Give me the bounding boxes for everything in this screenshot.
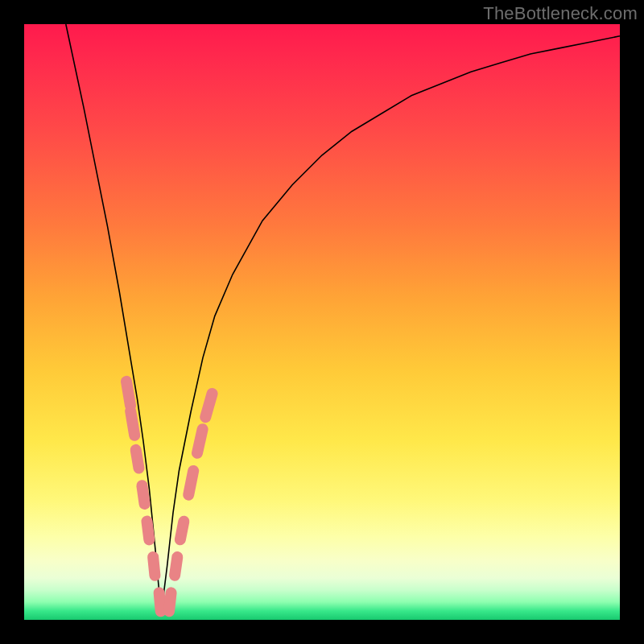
chart-svg	[24, 24, 620, 620]
plot-area	[24, 24, 620, 620]
curve-marker	[168, 551, 184, 582]
outer-frame: TheBottleneck.com	[0, 0, 644, 644]
curve-marker	[141, 515, 155, 546]
curve-marker	[130, 444, 146, 475]
curve-marker	[199, 386, 220, 424]
marker-group	[120, 375, 219, 617]
curve-marker	[191, 423, 209, 460]
curve-marker	[174, 514, 191, 546]
watermark-text: TheBottleneck.com	[483, 3, 638, 24]
curve-marker	[182, 464, 200, 502]
curve-marker	[163, 587, 177, 617]
curve-marker	[147, 551, 161, 581]
